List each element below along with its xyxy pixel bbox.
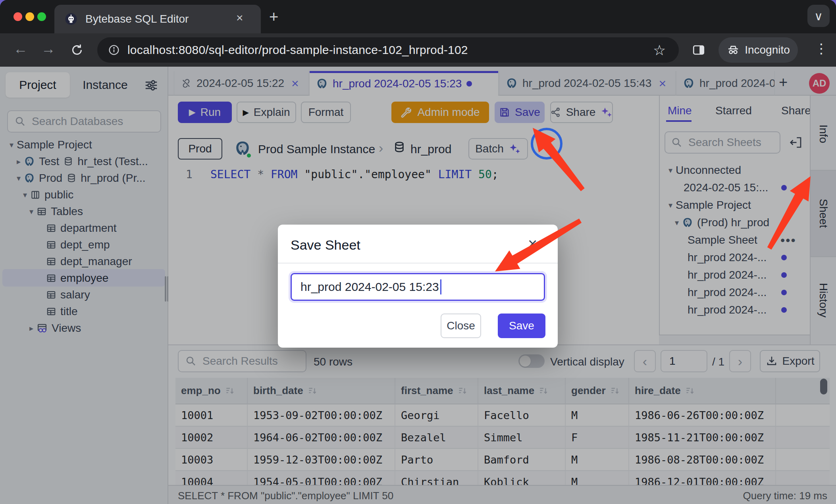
browser-tab-title: Bytebase SQL Editor [85,13,189,25]
dialog-save-button[interactable]: Save [498,314,545,338]
incognito-icon [726,43,740,57]
site-info-icon[interactable] [108,44,120,56]
forward-icon[interactable]: → [41,40,56,57]
url-text[interactable]: localhost:8080/sql-editor/prod-sample-in… [127,43,468,57]
sheet-name-input[interactable]: hr_prod 2024-02-05 15:23 [291,273,545,301]
address-bar[interactable]: localhost:8080/sql-editor/prod-sample-in… [97,37,679,63]
bookmark-star-icon[interactable]: ☆ [653,42,666,59]
new-tab-icon[interactable]: + [269,9,278,25]
bytebase-favicon [65,13,77,25]
close-icon[interactable]: × [528,235,537,253]
macos-minimize-button[interactable] [25,12,34,21]
browser-toolbar: ← → localhost:8080/sql-editor/prod-sampl… [0,33,836,67]
save-sheet-dialog: Save Sheet × hr_prod 2024-02-05 15:23 Cl… [278,225,558,348]
back-icon[interactable]: ← [13,40,28,57]
screenshot-root: Bytebase SQL Editor × + ∨ ← → localhost:… [0,0,836,504]
browser-tab-strip: Bytebase SQL Editor × + ∨ [0,0,836,33]
macos-close-button[interactable] [13,12,22,21]
incognito-label: Incognito [745,44,790,56]
macos-zoom-button[interactable] [37,12,46,21]
side-panel-icon[interactable] [692,43,706,57]
dialog-divider [278,263,558,264]
reload-icon[interactable] [70,43,84,57]
incognito-badge[interactable]: Incognito [718,37,798,63]
browser-tab[interactable]: Bytebase SQL Editor × [54,5,261,33]
text-caret [440,279,441,294]
dialog-close-button[interactable]: Close [441,314,481,338]
dialog-title: Save Sheet [291,237,360,253]
browser-menu-icon[interactable]: ⋮ [815,40,828,56]
tab-search-chevron-icon[interactable]: ∨ [807,5,830,27]
browser-tab-close-icon[interactable]: × [236,11,243,25]
